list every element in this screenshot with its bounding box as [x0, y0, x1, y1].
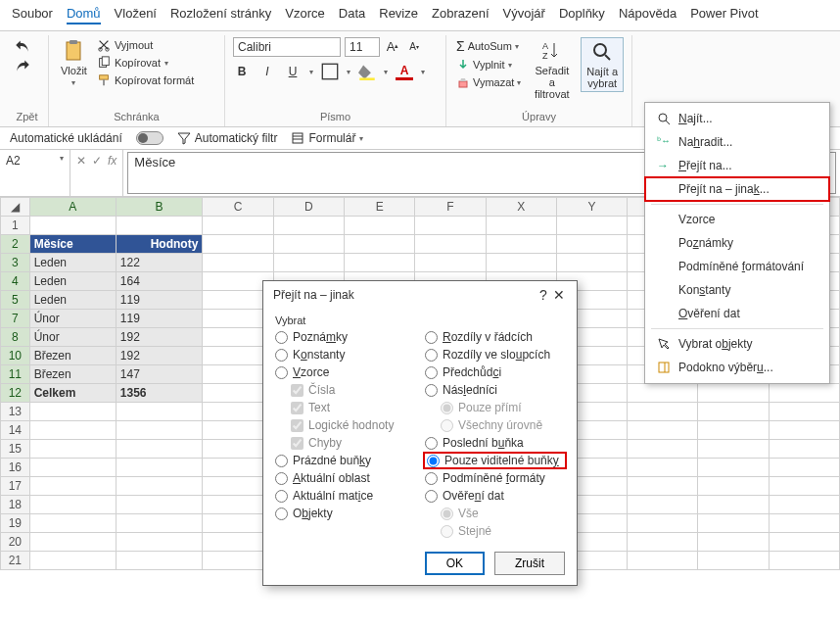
radio-constants[interactable]: Konstanty: [275, 348, 415, 362]
menu-vložení[interactable]: Vložení: [115, 6, 157, 24]
cell[interactable]: 119: [116, 291, 202, 310]
cell[interactable]: [29, 421, 116, 440]
cell[interactable]: [29, 217, 116, 235]
cell[interactable]: [29, 440, 116, 459]
cell[interactable]: 1356: [116, 384, 202, 403]
row-header[interactable]: 8: [1, 328, 30, 347]
cell[interactable]: 147: [116, 365, 202, 384]
cell[interactable]: [769, 384, 839, 403]
border-button[interactable]: [321, 63, 339, 80]
cell[interactable]: [628, 440, 698, 459]
cell[interactable]: [29, 514, 116, 533]
cell[interactable]: [486, 254, 556, 272]
radio-notes[interactable]: Poznámky: [275, 330, 415, 344]
cell[interactable]: [29, 552, 116, 570]
cell[interactable]: [415, 217, 486, 235]
row-header[interactable]: 11: [1, 365, 30, 384]
cell[interactable]: [203, 235, 273, 254]
cell[interactable]: [556, 235, 627, 254]
radio-data-val[interactable]: Ověření dat: [425, 489, 565, 503]
copy-button[interactable]: Kopírovat▾: [95, 55, 196, 71]
menu-nápověda[interactable]: Nápověda: [619, 6, 677, 24]
cell[interactable]: [29, 403, 116, 421]
cell[interactable]: [769, 459, 839, 477]
autosave-toggle[interactable]: [136, 131, 163, 145]
autofilter-button[interactable]: Automatický filtr: [177, 131, 278, 145]
cell[interactable]: 192: [116, 347, 202, 365]
cell[interactable]: [628, 533, 698, 552]
cell[interactable]: [116, 552, 202, 570]
name-box[interactable]: A2: [0, 150, 70, 196]
radio-col-diff[interactable]: Rozdíly ve sloupcích: [425, 348, 565, 362]
cell[interactable]: [769, 496, 839, 514]
menu-revize[interactable]: Revize: [379, 6, 418, 24]
row-header[interactable]: 4: [1, 272, 30, 291]
menu-data-val[interactable]: Ověření dat: [645, 302, 829, 325]
col-header-B[interactable]: B: [116, 198, 202, 217]
cell[interactable]: [769, 440, 839, 459]
cell[interactable]: Leden: [29, 254, 116, 272]
menu-select-objects[interactable]: Vybrat objekty: [645, 332, 829, 356]
cell[interactable]: [556, 254, 627, 272]
menu-domů[interactable]: Domů: [67, 6, 101, 24]
row-header[interactable]: 17: [1, 477, 30, 496]
cell[interactable]: [116, 440, 202, 459]
cell[interactable]: [116, 514, 202, 533]
cell[interactable]: Únor: [29, 328, 116, 347]
col-header-E[interactable]: E: [344, 198, 414, 217]
font-name-select[interactable]: Calibri: [233, 37, 341, 57]
cell[interactable]: Leden: [29, 272, 116, 291]
row-header[interactable]: 16: [1, 459, 30, 477]
cell[interactable]: [415, 235, 486, 254]
cell[interactable]: [116, 533, 202, 552]
cell[interactable]: [628, 514, 698, 533]
cell[interactable]: [769, 403, 839, 421]
cell[interactable]: [29, 496, 116, 514]
row-header[interactable]: 19: [1, 514, 30, 533]
cell[interactable]: [116, 403, 202, 421]
cell[interactable]: [698, 496, 769, 514]
cell[interactable]: [116, 217, 202, 235]
row-header[interactable]: 18: [1, 496, 30, 514]
radio-current-region[interactable]: Aktuální oblast: [275, 471, 415, 485]
row-header[interactable]: 14: [1, 421, 30, 440]
paste-button[interactable]: Vložit ▾: [57, 37, 91, 89]
cell[interactable]: 119: [116, 310, 202, 328]
italic-button[interactable]: I: [258, 63, 276, 80]
cell[interactable]: 192: [116, 328, 202, 347]
menu-goto-special[interactable]: Přejít na – jinak...: [645, 177, 829, 201]
radio-last-cell[interactable]: Poslední buňka: [425, 436, 565, 450]
radio-objects[interactable]: Objekty: [275, 507, 415, 520]
radio-row-diff[interactable]: Rozdíly v řádcích: [425, 330, 565, 344]
row-header[interactable]: 10: [1, 347, 30, 365]
cell[interactable]: Celkem: [29, 384, 116, 403]
font-size-select[interactable]: 11: [345, 37, 380, 57]
cell[interactable]: Leden: [29, 291, 116, 310]
cell[interactable]: [698, 459, 769, 477]
cell[interactable]: [273, 217, 344, 235]
accept-formula-icon[interactable]: ✓: [92, 154, 102, 168]
cell[interactable]: [698, 552, 769, 570]
radio-visible-cells[interactable]: Pouze viditelné buňky: [425, 454, 565, 467]
cell[interactable]: [29, 459, 116, 477]
ok-button[interactable]: OK: [425, 552, 485, 575]
radio-precedents[interactable]: Předchůdci: [425, 365, 565, 379]
col-header-X[interactable]: X: [486, 198, 556, 217]
cell[interactable]: [628, 496, 698, 514]
cell[interactable]: [486, 217, 556, 235]
menu-data[interactable]: Data: [339, 6, 365, 24]
font-color-button[interactable]: A: [396, 63, 413, 80]
cell[interactable]: [698, 514, 769, 533]
cell[interactable]: [415, 254, 486, 272]
fx-icon[interactable]: fx: [108, 154, 117, 168]
menu-find[interactable]: NNajít...ajít...: [645, 107, 829, 130]
menu-notes[interactable]: Poznámky: [645, 231, 829, 255]
row-header[interactable]: 1: [1, 217, 30, 235]
cell[interactable]: Březen: [29, 365, 116, 384]
cell[interactable]: [769, 477, 839, 496]
cancel-button[interactable]: Zrušit: [494, 552, 565, 575]
menu-vzorce[interactable]: Vzorce: [285, 6, 324, 24]
menu-cond-fmt[interactable]: Podmíněné formátování: [645, 255, 829, 278]
sort-filter-button[interactable]: AZ Seřadit a filtrovat: [527, 37, 577, 102]
col-header-D[interactable]: D: [273, 198, 344, 217]
